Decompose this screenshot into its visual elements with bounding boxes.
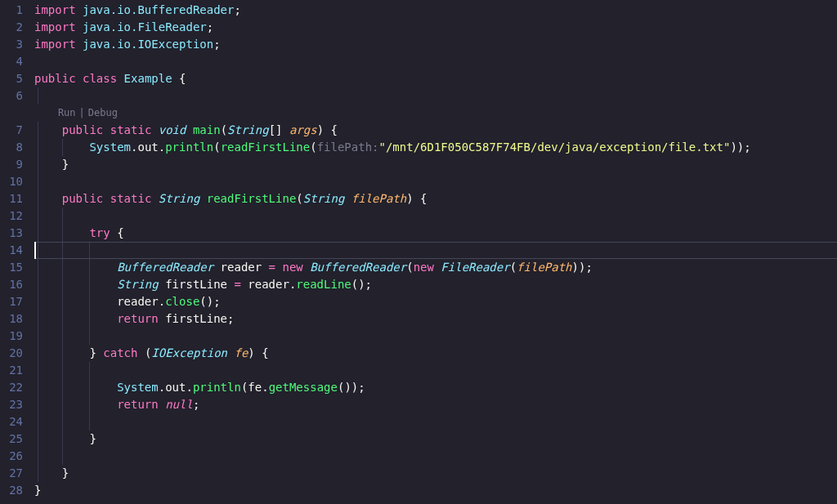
line-number: 26	[0, 448, 34, 465]
indent-guide	[89, 259, 90, 276]
token: firstLine	[159, 278, 235, 291]
indent-guide	[62, 276, 63, 293]
token: args	[289, 123, 317, 136]
indent-guide	[38, 379, 38, 396]
code-line[interactable]	[34, 207, 837, 225]
token: import	[34, 3, 83, 16]
token: String	[159, 192, 207, 205]
token: =	[234, 278, 248, 291]
code-line[interactable]: System.out.println(fe.getMessage());	[34, 379, 837, 396]
token: String	[303, 192, 351, 205]
line-number: 14	[0, 242, 34, 259]
code-line[interactable]: String firstLine = reader.readLine();	[34, 276, 837, 293]
code-line[interactable]	[34, 362, 837, 379]
token: ) {	[248, 346, 268, 359]
code-line[interactable]: public static String readFirstLine(Strin…	[34, 190, 837, 207]
indent-guide	[89, 310, 90, 328]
token: static	[110, 123, 159, 136]
token: ());	[338, 381, 365, 394]
token: (	[137, 346, 151, 359]
token	[34, 381, 117, 394]
token: {	[414, 192, 427, 205]
indent-guide	[38, 259, 38, 276]
indent-guide	[38, 465, 38, 482]
code-line[interactable]: import java.io.FileReader;	[34, 19, 837, 36]
code-line[interactable]	[34, 448, 837, 465]
code-area[interactable]: import java.io.BufferedReader;import jav…	[34, 0, 837, 504]
token: java.io.FileReader	[83, 20, 207, 33]
token: System	[89, 140, 131, 154]
code-line[interactable]: import java.io.IOException;	[34, 36, 837, 53]
token: reader	[248, 278, 289, 291]
indent-guide	[38, 293, 38, 310]
line-number: 4	[0, 53, 34, 70]
token: return	[117, 398, 165, 411]
code-line[interactable]: import java.io.BufferedReader;	[34, 2, 837, 19]
indent-guide	[62, 293, 63, 310]
token: ();	[351, 278, 372, 291]
line-number: 21	[0, 362, 34, 379]
code-line[interactable]: return firstLine;	[34, 310, 837, 328]
code-line[interactable]: public static void main(String[] args) {	[34, 122, 837, 139]
token: .	[159, 381, 165, 394]
indent-guide	[89, 362, 90, 379]
token: readLine	[296, 278, 351, 291]
line-number: 20	[0, 345, 34, 362]
token: .	[186, 381, 192, 394]
code-line[interactable]	[34, 242, 837, 259]
code-line[interactable]	[34, 53, 837, 70]
token: String	[117, 278, 159, 291]
code-line[interactable]	[34, 173, 837, 190]
token: public	[62, 192, 110, 205]
token: filePath	[517, 261, 571, 274]
code-line[interactable]: return null;	[34, 396, 837, 413]
indent-guide	[62, 362, 63, 379]
line-number: 23	[0, 396, 34, 413]
line-number: 19	[0, 328, 34, 345]
code-line[interactable]: }	[34, 430, 837, 448]
token: {	[172, 72, 186, 85]
code-line[interactable]: }	[34, 156, 837, 173]
code-line[interactable]: BufferedReader reader = new BufferedRead…	[34, 259, 837, 276]
code-line[interactable]: public class Example {	[34, 70, 837, 87]
token: readFirstLine	[221, 140, 311, 154]
code-line[interactable]	[34, 87, 837, 105]
token: IOException	[151, 346, 234, 359]
line-number: 5	[0, 70, 34, 87]
token: try	[89, 226, 110, 239]
code-line[interactable]	[34, 328, 837, 345]
code-line[interactable]: }	[34, 465, 837, 482]
token: static	[110, 192, 159, 205]
token: )	[406, 192, 413, 205]
code-line[interactable]: reader.close();	[34, 293, 837, 310]
indent-guide	[38, 190, 38, 207]
token: null	[165, 398, 193, 411]
indent-guide	[62, 207, 63, 225]
token: )	[317, 123, 324, 136]
token: ));	[572, 261, 593, 274]
indent-guide	[38, 310, 38, 328]
token: .	[159, 295, 165, 308]
indent-guide	[38, 122, 38, 139]
code-line[interactable]	[34, 413, 837, 430]
code-line[interactable]: } catch (IOException fe) {	[34, 345, 837, 362]
token: (	[213, 140, 220, 154]
code-line[interactable]: try {	[34, 225, 837, 242]
line-number: 9	[0, 156, 34, 173]
codelens-debug[interactable]: Debug	[88, 105, 118, 122]
code-line[interactable]: System.out.println(readFirstLine(filePat…	[34, 139, 837, 156]
code-line[interactable]: }	[34, 482, 837, 499]
line-number: 24	[0, 413, 34, 430]
indent-guide	[38, 396, 38, 413]
token: {	[324, 123, 338, 136]
token: println	[165, 140, 213, 154]
token: System	[117, 381, 159, 394]
token: getMessage	[269, 381, 338, 394]
token: ();	[199, 295, 220, 308]
token: "/mnt/6D1F050C587F74FB/dev/java/exceptio…	[379, 140, 731, 154]
code-editor[interactable]: 1234567891011121314151617181920212223242…	[0, 0, 837, 504]
token: reader	[213, 261, 268, 274]
token: ;	[227, 312, 234, 325]
token: .	[159, 140, 165, 154]
codelens-run[interactable]: Run	[58, 105, 76, 122]
